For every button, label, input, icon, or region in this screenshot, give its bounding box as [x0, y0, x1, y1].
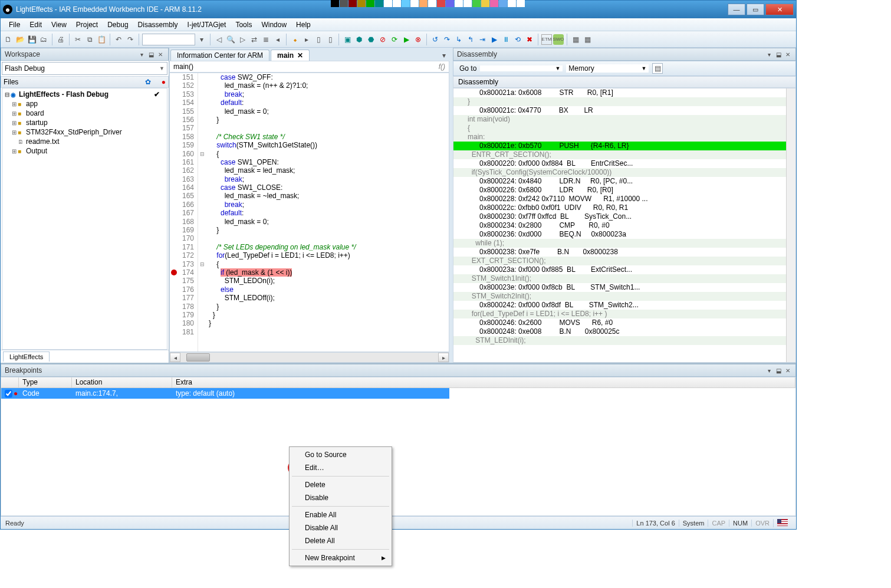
etm-icon[interactable]: ETM — [541, 34, 552, 45]
project-tree[interactable]: ⊟◉LightEffects - Flash Debug✔ ⊞■app ⊞■bo… — [2, 88, 167, 350]
ctx-new-bp[interactable]: New Breakpoint▶ — [291, 551, 390, 564]
save-icon[interactable]: 💾 — [27, 34, 37, 45]
col-type[interactable]: Type — [19, 377, 72, 387]
make-icon[interactable]: ⬢ — [354, 34, 364, 45]
nav-fwd-icon[interactable]: ▷ — [237, 34, 248, 45]
disasm-vscroll[interactable] — [786, 88, 795, 362]
pause-icon[interactable]: ⏸ — [501, 34, 511, 45]
panel-menu-icon[interactable]: ▾ — [765, 366, 773, 375]
cut-icon[interactable]: ✂ — [73, 34, 83, 45]
gear-icon[interactable]: ✿ — [145, 78, 151, 86]
menu-project[interactable]: Project — [71, 21, 103, 29]
tree-board[interactable]: board — [26, 109, 44, 117]
menu-window[interactable]: Window — [257, 21, 291, 29]
saveall-icon[interactable]: 🗂 — [38, 34, 49, 45]
redo-icon[interactable]: ↷ — [125, 34, 136, 45]
editor-hscroll[interactable]: ◂ ▸ — [169, 352, 449, 363]
ctx-edit[interactable]: Edit… — [291, 461, 390, 474]
tree-readme[interactable]: readme.txt — [26, 137, 60, 146]
minimize-button[interactable]: — — [728, 4, 745, 15]
print-icon[interactable]: 🖨 — [55, 34, 66, 45]
scroll-left-icon[interactable]: ◂ — [170, 353, 180, 362]
fx-icon[interactable]: f() — [439, 63, 445, 71]
panel-close-icon[interactable]: ✕ — [156, 50, 165, 58]
compile-icon[interactable]: ▣ — [342, 34, 353, 45]
function-bar[interactable]: main() f() — [169, 61, 449, 73]
maximize-button[interactable]: ▭ — [747, 4, 764, 15]
goto-combo[interactable]: ▼ — [480, 65, 563, 71]
menu-ijet[interactable]: I-jet/JTAGjet — [183, 21, 231, 29]
panel-pin-icon[interactable]: ⬓ — [774, 50, 782, 58]
paste-icon[interactable]: 📋 — [96, 34, 107, 45]
menu-view[interactable]: View — [47, 21, 71, 29]
open-icon[interactable]: 📂 — [15, 34, 25, 45]
restart-icon[interactable]: ⟲ — [512, 34, 523, 45]
panel-pin-icon[interactable]: ⬓ — [147, 50, 155, 58]
stop-icon[interactable]: ⊗ — [413, 34, 423, 45]
scroll-right-icon[interactable]: ▸ — [438, 353, 449, 362]
nav-icon[interactable]: ◂ — [272, 34, 283, 45]
lines-icon[interactable]: ≣ — [261, 34, 271, 45]
find-icon[interactable]: 🔍 — [225, 34, 236, 45]
view1-icon[interactable]: ▦ — [570, 34, 581, 45]
halt-icon[interactable]: ✖ — [524, 34, 535, 45]
ctx-disable[interactable]: Disable — [291, 491, 390, 504]
debug-icon[interactable]: ▶ — [401, 34, 412, 45]
panel-close-icon[interactable]: ✕ — [784, 366, 792, 375]
ctx-enable-all[interactable]: Enable All — [291, 508, 390, 521]
copy-icon[interactable]: ⧉ — [84, 34, 95, 45]
bp-toggle-icon[interactable]: ⬥ — [290, 34, 300, 45]
bp-list[interactable]: Type Location Extra ● Code main.c:174.7,… — [1, 377, 796, 516]
doc1-icon[interactable]: ▯ — [313, 34, 324, 45]
disasm-listing[interactable]: 0x800021a: 0x6008 STR R0, [R1]} 0x800021… — [453, 88, 796, 363]
step-out-icon[interactable]: ↰ — [465, 34, 476, 45]
ctx-disable-all[interactable]: Disable All — [291, 521, 390, 534]
toggle-mixed-icon[interactable]: ▤ — [652, 63, 663, 74]
code-editor[interactable]: 1511521531541551561571581591601611621631… — [169, 73, 449, 352]
tree-startup[interactable]: startup — [26, 119, 48, 127]
run-icon[interactable]: ▶ — [489, 34, 499, 45]
menu-disassembly[interactable]: Disassembly — [133, 21, 183, 29]
panel-pin-icon[interactable]: ⬓ — [774, 366, 782, 375]
menu-tools[interactable]: Tools — [231, 21, 257, 29]
flag-icon[interactable] — [777, 519, 788, 526]
swo-icon[interactable]: SWO — [553, 34, 564, 45]
memory-combo[interactable]: Memory▼ — [566, 64, 649, 73]
run-to-icon[interactable]: ⇥ — [477, 34, 488, 45]
menu-file[interactable]: File — [4, 21, 25, 29]
view2-icon[interactable]: ▦ — [582, 34, 593, 45]
ctx-goto-source[interactable]: Go to Source — [291, 448, 390, 461]
step-over-icon[interactable]: ↷ — [442, 34, 452, 45]
panel-menu-icon[interactable]: ▾ — [137, 50, 146, 58]
bookmark-icon[interactable]: ⇄ — [249, 34, 259, 45]
undo-icon[interactable]: ↶ — [113, 34, 124, 45]
tree-root[interactable]: LightEffects - Flash Debug — [19, 90, 109, 98]
reset-icon[interactable]: ↺ — [430, 34, 440, 45]
menu-edit[interactable]: Edit — [25, 21, 47, 29]
ctx-delete-all[interactable]: Delete All — [291, 534, 390, 547]
scroll-thumb[interactable] — [186, 353, 210, 362]
find-combo[interactable] — [142, 34, 195, 45]
tree-output[interactable]: Output — [26, 147, 47, 155]
tree-stdperiph[interactable]: STM32F4xx_StdPeriph_Driver — [26, 128, 122, 136]
doc2-icon[interactable]: ▯ — [325, 34, 336, 45]
go-icon[interactable]: ⟳ — [389, 34, 400, 45]
build-icon[interactable]: ⬣ — [366, 34, 376, 45]
tab-info-center[interactable]: Information Center for ARM — [170, 50, 269, 61]
bp-row[interactable]: ● Code main.c:174.7, type: default (auto… — [1, 388, 449, 399]
menu-help[interactable]: Help — [291, 21, 315, 29]
panel-close-icon[interactable]: ✕ — [784, 50, 792, 58]
tab-close-icon[interactable]: ✕ — [297, 51, 303, 60]
editor-menu-icon[interactable]: ▾ — [439, 50, 449, 61]
tab-main[interactable]: main✕ — [271, 50, 310, 61]
bp-checkbox[interactable] — [5, 390, 12, 398]
tree-app[interactable]: app — [26, 100, 38, 108]
menu-debug[interactable]: Debug — [103, 21, 133, 29]
nav-back-icon[interactable]: ◁ — [213, 34, 224, 45]
bp-nav-icon[interactable]: ▸ — [301, 34, 312, 45]
col-location[interactable]: Location — [72, 377, 172, 387]
col-extra[interactable]: Extra — [172, 377, 795, 387]
new-icon[interactable]: 🗋 — [3, 34, 14, 45]
config-combo[interactable]: Flash Debug ▼ — [2, 62, 167, 75]
close-button[interactable]: ✕ — [765, 4, 794, 15]
